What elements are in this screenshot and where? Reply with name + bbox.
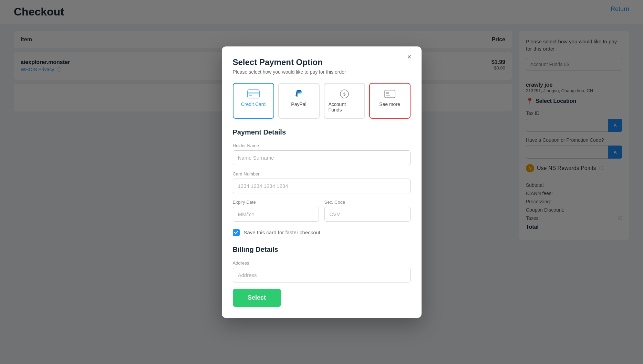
expiry-label: Expiry Date — [233, 200, 319, 205]
see-more-label: See more — [379, 101, 400, 107]
save-card-row[interactable]: Save this card for faster checkout — [233, 229, 411, 236]
svg-rect-6 — [386, 92, 389, 94]
account-funds-label: Account Funds — [329, 101, 360, 113]
expiry-input[interactable] — [233, 207, 319, 222]
holder-name-label: Holder Name — [233, 143, 411, 148]
sec-code-label: Sec. Code — [324, 200, 411, 205]
svg-rect-1 — [248, 92, 259, 94]
sec-code-group: Sec. Code — [324, 200, 411, 222]
address-label: Address — [233, 260, 411, 266]
modal-overlay: × Select Payment Option Please select ho… — [0, 0, 643, 364]
expiry-sec-row: Expiry Date Sec. Code — [233, 200, 411, 228]
select-button[interactable]: Select — [233, 289, 281, 307]
card-number-label: Card Number — [233, 171, 411, 176]
billing-details-title: Billing Details — [233, 246, 411, 254]
modal-title: Select Payment Option — [233, 57, 411, 67]
svg-rect-2 — [249, 95, 252, 96]
payment-option-paypal[interactable]: PayPal — [278, 83, 320, 119]
credit-card-icon — [247, 89, 260, 99]
see-more-icon — [384, 89, 396, 99]
paypal-label: PayPal — [291, 101, 306, 107]
payment-modal: × Select Payment Option Please select ho… — [222, 46, 422, 318]
payment-options-row: Credit Card PayPal $ — [233, 83, 411, 119]
address-input[interactable] — [233, 268, 411, 282]
paypal-icon — [293, 89, 305, 99]
expiry-group: Expiry Date — [233, 200, 319, 222]
modal-close-button[interactable]: × — [404, 52, 415, 62]
payment-option-credit-card[interactable]: Credit Card — [233, 83, 274, 119]
save-card-label: Save this card for faster checkout — [244, 229, 321, 235]
payment-details-title: Payment Details — [233, 128, 411, 136]
address-group: Address — [233, 260, 411, 282]
payment-option-see-more[interactable]: See more — [369, 83, 411, 119]
holder-name-input[interactable] — [233, 150, 411, 165]
sec-code-input[interactable] — [324, 207, 411, 222]
card-number-input[interactable] — [233, 179, 411, 193]
svg-rect-0 — [248, 90, 259, 98]
svg-text:$: $ — [343, 92, 345, 97]
card-number-group: Card Number — [233, 171, 411, 193]
save-card-checkbox[interactable] — [233, 229, 240, 236]
holder-name-group: Holder Name — [233, 143, 411, 165]
credit-card-label: Credit Card — [241, 101, 266, 107]
modal-subtitle: Please select how you would like to pay … — [233, 69, 411, 75]
payment-option-account-funds[interactable]: $ Account Funds — [324, 83, 365, 119]
account-funds-icon: $ — [338, 89, 351, 99]
